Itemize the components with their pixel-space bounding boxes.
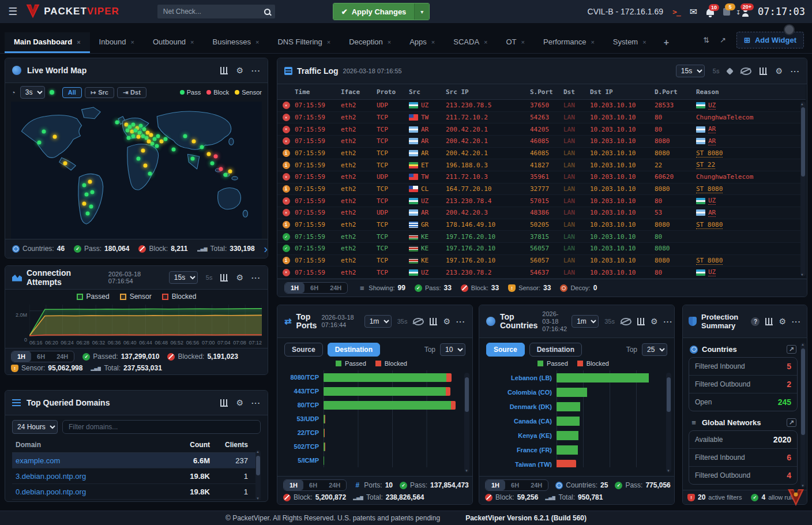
search-input[interactable] [162,7,264,16]
reason-text[interactable]: UZ [708,268,716,276]
tab-close-icon[interactable]: × [255,39,259,46]
chart-view-icon[interactable] [760,68,767,75]
domain-row[interactable]: 0.debian.pool.ntp.org19.8K1 [12,484,261,500]
traffic-row[interactable]: 07:15:59eth2TCPKE197.176.20.1056057LAN10… [277,243,806,255]
ports-view-destination[interactable]: Destination [328,343,380,357]
export-dashboard-icon[interactable]: ↗ [720,36,726,44]
countries-interval-select[interactable]: 1m [572,315,599,328]
domains-scrollbar[interactable] [255,450,261,500]
tab-inbound[interactable]: Inbound× [90,32,144,53]
reason-text[interactable]: ST 8080 [696,185,723,193]
map-filter-dst[interactable]: ⇥Dst [117,87,146,98]
apply-changes-caret-button[interactable]: ▾ [414,3,429,20]
domain-link[interactable]: 0.debian.pool.ntp.org [16,487,164,496]
tab-ot[interactable]: OT× [497,32,535,53]
more-options-icon[interactable]: ··· [251,273,261,282]
traffic-row[interactable]: 07:15:59eth2TCPET196.188.0.341827LAN10.2… [277,159,806,171]
traffic-row[interactable]: 07:15:59eth2TCPUZ213.230.78.457015LAN10.… [277,195,806,207]
reason-text[interactable]: AR [708,209,716,217]
tab-close-icon[interactable]: × [431,39,435,46]
range-6h[interactable]: 6H [31,351,51,362]
apply-changes-button[interactable]: ✔Apply Changes [333,3,415,20]
reason-text[interactable]: AR [708,125,716,133]
traffic-row[interactable]: 07:15:59eth2TCPAR200.42.20.146085LAN10.2… [277,148,806,160]
range-6h[interactable]: 6H [303,480,323,490]
domain-link[interactable]: 3.debian.pool.ntp.org [16,472,164,481]
traffic-row[interactable]: 07:15:59eth2TCPKE197.176.20.1037815LAN10… [277,231,806,243]
reason-text[interactable]: ST 8080 [696,221,723,229]
range-24h[interactable]: 24H [51,351,74,362]
external-link-icon[interactable]: ↗ [787,345,796,354]
reason-text[interactable]: ST 8080 [696,257,723,265]
filter-domains-input[interactable] [62,420,261,434]
settings-gear-icon[interactable]: ⚙ [236,273,243,282]
ports-scrollbar[interactable] [464,373,469,472]
tab-close-icon[interactable]: × [131,39,134,46]
tab-close-icon[interactable]: × [77,39,80,46]
external-link-icon[interactable]: ↗ [787,418,796,427]
more-options-icon[interactable]: ··· [663,317,672,326]
countries-top-select[interactable]: 25 [642,343,667,356]
protection-scrollbar[interactable] [800,343,806,487]
sessions-users[interactable]: ↧ 20+ [739,8,749,16]
settings-gear-icon[interactable]: ⚙ [236,398,243,407]
settings-gear-icon[interactable]: ⚙ [236,66,243,75]
eye-hide-icon[interactable] [740,68,751,75]
countries-view-source[interactable]: Source [486,343,525,357]
inbox-box[interactable]: 5 [723,8,730,16]
reason-text[interactable]: ST 8080 [696,149,723,158]
connection-interval-select[interactable]: 15s [169,271,198,284]
terminal-icon[interactable]: >_ [672,7,681,16]
new-tab-button[interactable]: + [656,38,677,48]
reason-text[interactable]: UZ [708,102,716,110]
sort-tabs-icon[interactable]: ⇅ [703,36,709,44]
scroll-bubble[interactable] [784,24,795,35]
hamburger-menu-icon[interactable]: ☰ [0,5,25,18]
range-6h[interactable]: 6H [304,283,324,293]
settings-gear-icon[interactable]: ⚙ [775,66,783,76]
tab-businesses[interactable]: Businesses× [204,32,269,53]
map-filter-src[interactable]: ↦Src [85,87,114,98]
range-1h[interactable]: 1H [284,480,303,490]
range-1h[interactable]: 1H [285,283,304,293]
chart-view-icon[interactable] [220,274,228,282]
mail-icon[interactable]: ✉ [690,6,697,17]
tab-performance[interactable]: Performance× [534,32,604,53]
traffic-row[interactable]: 07:15:59eth2TCPAR200.42.20.146085LAN10.2… [277,136,806,148]
traffic-interval-select[interactable]: 15s [676,65,705,77]
chart-view-icon[interactable] [765,318,773,325]
more-options-icon[interactable]: ··· [456,317,465,326]
traffic-row[interactable]: 07:15:59eth2TCPTW211.72.10.254263LAN10.2… [277,112,806,124]
ports-interval-select[interactable]: 1m [364,315,392,328]
range-1h[interactable]: 1H [12,351,31,362]
help-icon[interactable]: ? [751,317,760,326]
traffic-scrollbar[interactable] [800,102,806,276]
traffic-row[interactable]: 07:15:59eth2TCPUZ213.230.78.254637LAN10.… [277,267,806,279]
ports-view-source[interactable]: Source [284,343,323,357]
add-widget-button[interactable]: ⊞ Add Widget [736,32,804,48]
reason-text[interactable]: UZ [708,197,716,205]
settings-gear-icon[interactable]: ⚙ [651,317,658,326]
traffic-row[interactable]: 07:15:59eth2UDPAR200.42.20.348386LAN10.2… [277,207,806,219]
traffic-row[interactable]: 07:15:59eth2TCPGR178.146.49.1050205LAN10… [277,219,806,231]
domain-row[interactable]: example.com6.6M237 [12,453,261,468]
tab-apps[interactable]: Apps× [400,32,444,53]
tab-close-icon[interactable]: × [327,39,330,46]
domain-row[interactable]: 3.debian.pool.ntp.org19.8K1 [12,468,261,484]
domains-period-select[interactable]: 24 Hours [12,420,58,434]
traffic-row[interactable]: 07:15:59eth2TCPAR200.42.20.144205LAN10.2… [277,123,806,136]
tab-main-dashboard[interactable]: Main Dashboard× [5,32,90,53]
eye-hide-icon[interactable] [413,318,424,325]
tab-close-icon[interactable]: × [388,39,391,46]
search-icon[interactable] [264,9,270,15]
eye-hide-icon[interactable] [621,318,631,325]
tab-close-icon[interactable]: × [190,39,194,46]
tab-close-icon[interactable]: × [642,39,646,46]
traffic-row[interactable]: 07:15:59eth2TCPCL164.77.20.1032777LAN10.… [277,183,806,196]
countries-view-destination[interactable]: Destination [529,343,582,357]
more-options-icon[interactable]: ··· [792,317,801,326]
tab-close-icon[interactable]: × [591,39,594,46]
range-24h[interactable]: 24H [525,480,548,490]
tag-filter-icon[interactable] [727,68,734,75]
countries-scrollbar[interactable] [666,373,671,472]
